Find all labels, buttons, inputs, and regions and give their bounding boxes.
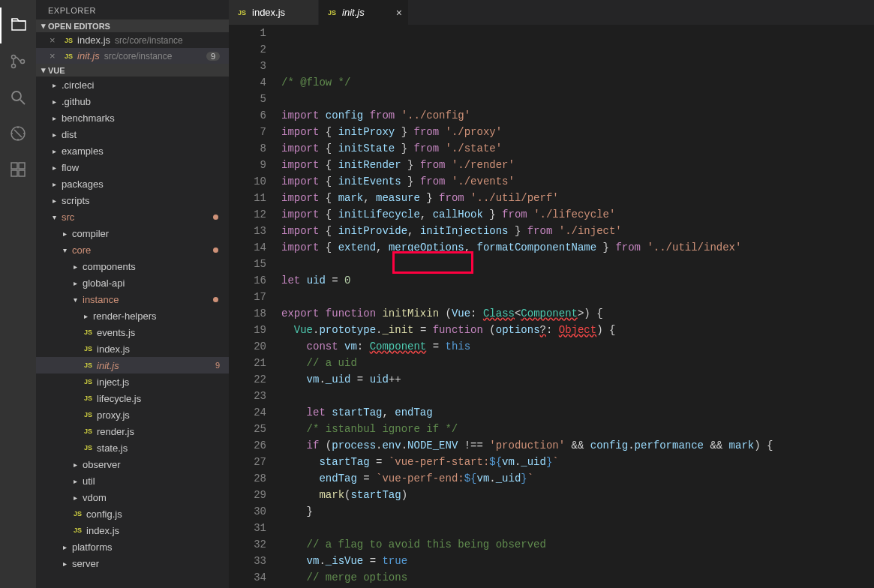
line-number: 24	[229, 404, 266, 421]
code-line[interactable]: import { initProxy } from './proxy'	[281, 124, 874, 140]
tree-file[interactable]: JSrender.js	[36, 423, 229, 440]
tree-folder[interactable]: ▸util	[36, 472, 229, 489]
tree-folder[interactable]: ▸.circleci	[36, 76, 229, 93]
tree-folder[interactable]: ▸benchmarks	[36, 110, 229, 126]
svg-rect-8	[19, 163, 25, 169]
tree-file[interactable]: JSevents.js	[36, 324, 229, 340]
code-line[interactable]	[281, 388, 874, 404]
tree-folder[interactable]: ▸global-api	[36, 274, 229, 291]
tree-folder[interactable]: ▸dist	[36, 126, 229, 142]
code-content[interactable]: /* @flow */import config from '../config…	[281, 25, 874, 588]
extensions-icon[interactable]	[0, 152, 36, 188]
code-line[interactable]: let startTag, endTag	[281, 404, 874, 421]
code-line[interactable]: import { initEvents } from './events'	[281, 173, 874, 190]
folder-label: vdom	[83, 492, 107, 503]
code-line[interactable]: }	[281, 503, 874, 520]
chevron-icon: ▸	[63, 230, 71, 238]
tree-folder[interactable]: ▸examples	[36, 142, 229, 159]
code-line[interactable]: import { initLifecycle, callHook } from …	[281, 206, 874, 223]
tree-folder[interactable]: ▾core	[36, 242, 229, 258]
editor-tabs: JSindex.jsJSinit.js×	[229, 0, 874, 25]
tree-folder[interactable]: ▸server	[36, 555, 229, 572]
tree-folder[interactable]: ▸components	[36, 258, 229, 274]
svg-point-2	[21, 60, 25, 64]
close-icon[interactable]: ×	[396, 7, 402, 19]
folder-label: .circleci	[62, 80, 94, 91]
code-line[interactable]: import { initRender } from './render'	[281, 157, 874, 173]
code-line[interactable]: export function initMixin (Vue: Class<Co…	[281, 305, 874, 322]
folder-label: util	[83, 476, 95, 487]
tree-folder[interactable]: ▸scripts	[36, 192, 229, 208]
source-control-icon[interactable]	[0, 44, 36, 80]
close-icon[interactable]: ×	[50, 34, 60, 46]
tree-folder[interactable]: ▸.github	[36, 93, 229, 110]
close-icon[interactable]: ×	[50, 50, 60, 62]
line-number: 18	[229, 305, 266, 322]
js-icon: JS	[84, 378, 92, 386]
open-editor-item[interactable]: ×JSinit.jssrc/core/instance9	[36, 48, 229, 64]
code-line[interactable]: import config from '../config'	[281, 107, 874, 124]
tree-file[interactable]: JSstate.js	[36, 440, 229, 456]
code-line[interactable]: /* istanbul ignore if */	[281, 421, 874, 437]
code-editor[interactable]: 1234567891011121314151617181920212223242…	[229, 25, 874, 588]
tree-file[interactable]: JSconfig.js	[36, 506, 229, 522]
line-number: 12	[229, 206, 266, 223]
tree-file[interactable]: JSlifecycle.js	[36, 390, 229, 406]
code-line[interactable]	[281, 91, 874, 107]
debug-icon[interactable]	[0, 116, 36, 152]
tree-folder[interactable]: ▸vdom	[36, 489, 229, 506]
tree-file[interactable]: JSindex.js	[36, 522, 229, 538]
tree-folder[interactable]: ▾src	[36, 208, 229, 225]
code-line[interactable]: Vue.prototype._init = function (options?…	[281, 322, 874, 338]
tree-folder[interactable]: ▸observer	[36, 456, 229, 472]
folder-label: flow	[62, 162, 79, 173]
code-line[interactable]	[281, 289, 874, 305]
code-line[interactable]: startTag = `vue-perf-start:${vm._uid}`	[281, 454, 874, 470]
code-line[interactable]: // a flag to avoid this being observed	[281, 536, 874, 553]
explorer-icon[interactable]	[0, 8, 36, 44]
js-icon: JS	[328, 9, 336, 16]
tree-folder[interactable]: ▸render-helpers	[36, 308, 229, 324]
project-section[interactable]: ▾VUE	[36, 64, 229, 76]
editor-tab[interactable]: JSinit.js×	[319, 0, 409, 25]
folder-label: scripts	[62, 195, 90, 206]
js-icon: JS	[65, 52, 73, 60]
code-line[interactable]: vm._isVue = true	[281, 553, 874, 569]
file-tree: ▸.circleci▸.github▸benchmarks▸dist▸examp…	[36, 76, 229, 588]
tree-folder[interactable]: ▸flow	[36, 159, 229, 176]
code-line[interactable]: if (process.env.NODE_ENV !== 'production…	[281, 437, 874, 454]
code-line[interactable]: const vm: Component = this	[281, 338, 874, 355]
tree-file[interactable]: JSindex.js	[36, 340, 229, 357]
code-line[interactable]: /* @flow */	[281, 74, 874, 91]
line-number: 15	[229, 256, 266, 272]
tree-file[interactable]: JSinject.js	[36, 374, 229, 390]
code-line[interactable]: import { mark, measure } from '../util/p…	[281, 190, 874, 206]
open-editor-item[interactable]: ×JSindex.jssrc/core/instance	[36, 32, 229, 48]
code-line[interactable]: endTag = `vue-perf-end:${vm._uid}`	[281, 470, 874, 487]
code-line[interactable]: mark(startTag)	[281, 487, 874, 503]
tree-folder[interactable]: ▸compiler	[36, 225, 229, 242]
line-gutter: 1234567891011121314151617181920212223242…	[229, 25, 281, 588]
code-line[interactable]: import { extend, mergeOptions, formatCom…	[281, 239, 874, 256]
code-line[interactable]: let uid = 0	[281, 272, 874, 289]
tree-folder[interactable]: ▾instance	[36, 291, 229, 308]
tree-file[interactable]: JSinit.js9	[36, 357, 229, 374]
line-number: 5	[229, 91, 266, 107]
search-icon[interactable]	[0, 80, 36, 116]
editor-tab[interactable]: JSindex.js	[229, 0, 319, 25]
code-line[interactable]: // merge options	[281, 569, 874, 586]
line-number: 3	[229, 58, 266, 74]
code-line[interactable]: // a uid	[281, 355, 874, 371]
folder-label: packages	[62, 178, 104, 190]
tree-folder[interactable]: ▸packages	[36, 176, 229, 192]
code-line[interactable]	[281, 256, 874, 272]
code-line[interactable]: vm._uid = uid++	[281, 371, 874, 388]
code-line[interactable]	[281, 520, 874, 536]
tree-file[interactable]: JSproxy.js	[36, 406, 229, 423]
tree-folder[interactable]: ▸platforms	[36, 538, 229, 555]
chevron-icon: ▾	[53, 213, 60, 221]
line-number: 11	[229, 190, 266, 206]
code-line[interactable]: import { initProvide, initInjections } f…	[281, 223, 874, 239]
code-line[interactable]: import { initState } from './state'	[281, 140, 874, 157]
open-editors-section[interactable]: ▾OPEN EDITORS	[36, 20, 229, 32]
